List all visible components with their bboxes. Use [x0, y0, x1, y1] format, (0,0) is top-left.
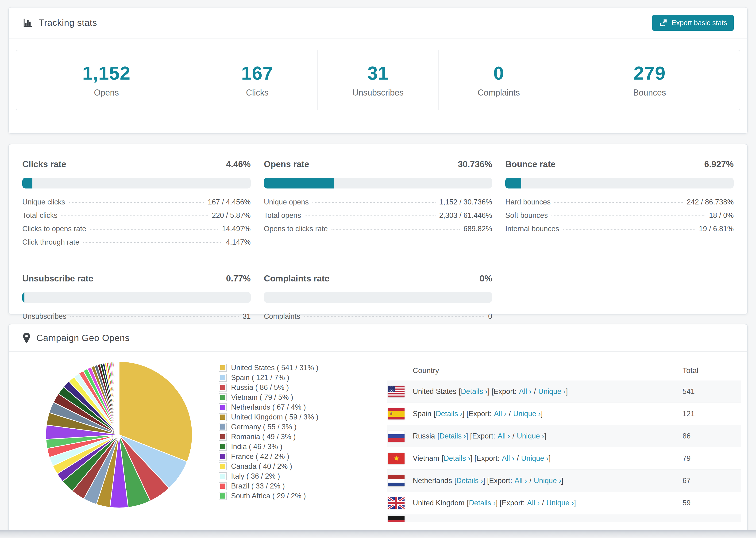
stat-label: Bounces [633, 88, 666, 98]
legend-swatch [219, 492, 227, 500]
country-name: Spain [413, 409, 431, 418]
geo-pie-chart[interactable] [44, 360, 194, 510]
column-header-total: Total [682, 366, 741, 375]
legend-item[interactable]: India ( 46 / 3% ) [219, 443, 378, 451]
legend-label: Italy ( 36 / 2% ) [231, 472, 280, 480]
table-row: Vietnam[Details ›] [Export:All ›/Unique … [387, 447, 741, 470]
bracket-close: ] [549, 454, 551, 462]
export-all-link[interactable]: All › [494, 409, 507, 418]
geo-table: CountryTotalUnited States[Details ›] [Ex… [387, 360, 741, 522]
legend-item[interactable]: Russia ( 86 / 5% ) [219, 383, 378, 392]
export-unique-link[interactable]: Unique › [517, 432, 544, 440]
legend-swatch [219, 423, 227, 431]
export-unique-link[interactable]: Unique › [546, 499, 574, 507]
country-total: 79 [682, 454, 741, 463]
bracket-open: [ [454, 476, 457, 485]
legend-item[interactable]: Germany ( 55 / 3% ) [219, 423, 378, 431]
stat-opens: 1,152Opens [16, 50, 197, 110]
rate-name: Clicks rate [22, 159, 66, 169]
legend-item[interactable]: South Africa ( 29 / 2% ) [219, 492, 378, 500]
stat-unsubscribes: 31Unsubscribes [317, 50, 438, 110]
country-name: Netherlands [413, 476, 452, 485]
legend-swatch [219, 482, 227, 490]
legend-item[interactable]: Spain ( 121 / 7% ) [219, 373, 378, 382]
rate-value: 0.77% [226, 274, 251, 284]
bar-chart-icon [22, 17, 33, 28]
export-all-link[interactable]: All › [527, 499, 540, 507]
detail-value: 31 [243, 312, 250, 321]
legend-item[interactable]: Romania ( 49 / 3% ) [219, 433, 378, 441]
legend-swatch [219, 384, 227, 392]
detail-label: Unique clicks [22, 198, 65, 206]
legend-item[interactable]: France ( 42 / 2% ) [219, 452, 378, 460]
rate-value: 30.736% [458, 159, 492, 169]
export-unique-link[interactable]: Unique › [513, 409, 541, 418]
export-basic-stats-button[interactable]: Export basic stats [652, 15, 734, 31]
bracket-close: ] [544, 432, 546, 440]
details-link[interactable]: Details › [469, 499, 496, 507]
export-icon [659, 18, 668, 27]
dotted-leader [69, 202, 204, 203]
stat-detail-row: Click through rate4.147% [22, 238, 251, 251]
rate-block-bounce-rate: Bounce rate6.927%Hard bounces242 / 86.73… [505, 159, 734, 251]
details-link[interactable]: Details › [444, 454, 470, 462]
legend-item[interactable]: Canada ( 40 / 2% ) [219, 462, 378, 470]
gb-flag-icon [388, 497, 405, 509]
legend-swatch [219, 453, 227, 460]
export-all-link[interactable]: All › [519, 387, 531, 396]
legend-swatch [219, 443, 227, 451]
geo-title: Campaign Geo Opens [36, 333, 130, 343]
export-label: ] [Export: [496, 499, 525, 507]
stat-label: Clicks [246, 88, 269, 98]
legend-item[interactable]: Brazil ( 33 / 2% ) [219, 482, 378, 490]
country-cell: United States[Details ›] [Export:All ›/U… [413, 387, 682, 396]
stat-value: 279 [633, 62, 665, 84]
legend-swatch [219, 403, 227, 411]
rates-grid: Clicks rate4.46%Unique clicks167 / 4.456… [9, 144, 747, 326]
export-all-link[interactable]: All › [502, 454, 514, 462]
stat-value: 0 [494, 62, 504, 84]
bracket-open: [ [467, 499, 469, 507]
progress-fill [22, 292, 25, 303]
progress-bar [264, 292, 492, 303]
export-all-link[interactable]: All › [514, 476, 527, 485]
table-row: Russia[Details ›] [Export:All ›/Unique ›… [387, 425, 741, 447]
detail-value: 14.497% [222, 225, 250, 233]
export-all-link[interactable]: All › [498, 432, 510, 440]
rate-details: Unsubscribes31 [22, 312, 251, 326]
nl-flag-icon [388, 475, 405, 486]
legend-item[interactable]: Netherlands ( 67 / 4% ) [219, 403, 378, 411]
legend-label: Russia ( 86 / 5% ) [231, 383, 289, 392]
detail-label: Clicks to opens rate [22, 225, 86, 233]
details-link[interactable]: Details › [461, 387, 488, 396]
export-unique-link[interactable]: Unique › [521, 454, 549, 462]
legend-item[interactable]: Italy ( 36 / 2% ) [219, 472, 378, 480]
export-unique-link[interactable]: Unique › [538, 387, 566, 396]
rate-value: 6.927% [704, 159, 734, 169]
dotted-leader [332, 229, 460, 230]
country-total: 86 [682, 432, 741, 440]
stat-label: Complaints [477, 88, 520, 98]
country-name: Vietnam [413, 454, 439, 462]
legend-label: Romania ( 49 / 3% ) [231, 433, 296, 441]
dotted-leader [312, 202, 436, 203]
detail-value: 2,303 / 61.446% [439, 211, 492, 220]
progress-bar [505, 178, 734, 188]
legend-label: Brazil ( 33 / 2% ) [231, 482, 285, 490]
detail-label: Total clicks [22, 211, 58, 220]
details-link[interactable]: Details › [457, 476, 483, 485]
rate-header: Clicks rate4.46% [22, 159, 251, 169]
details-link[interactable]: Details › [436, 409, 462, 418]
de-flag-icon [388, 516, 405, 522]
legend-item[interactable]: United States ( 541 / 31% ) [219, 364, 378, 372]
legend-item[interactable]: United Kingdom ( 59 / 3% ) [219, 413, 378, 421]
stat-detail-row: Unsubscribes31 [22, 312, 251, 326]
rate-name: Bounce rate [505, 159, 556, 169]
export-unique-link[interactable]: Unique › [534, 476, 561, 485]
legend-item[interactable]: Vietnam ( 79 / 5% ) [219, 393, 378, 402]
legend-swatch [219, 374, 227, 382]
details-link[interactable]: Details › [439, 432, 466, 440]
column-header-country: Country [413, 366, 682, 375]
country-cell: Spain[Details ›] [Export:All ›/Unique ›] [413, 409, 682, 418]
legend-swatch [219, 364, 227, 372]
